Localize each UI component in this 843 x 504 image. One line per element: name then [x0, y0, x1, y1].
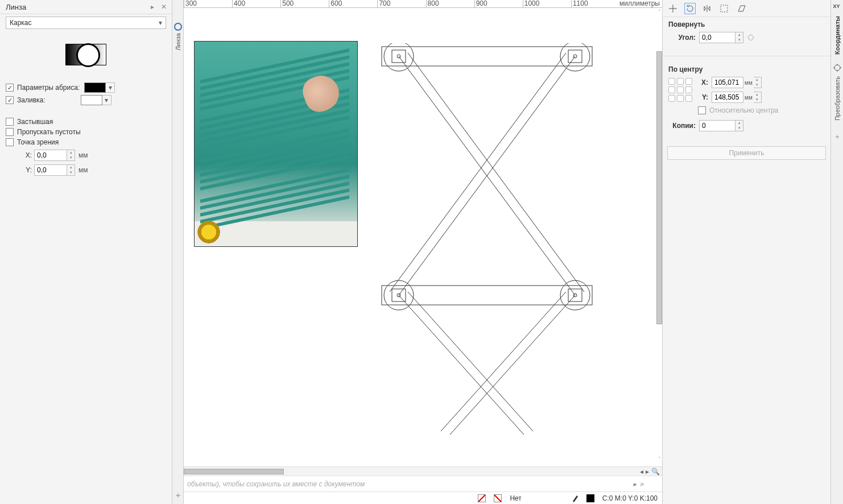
svg-line-17: [390, 53, 566, 292]
outline-checkbox[interactable]: [6, 84, 14, 92]
vp-x-unit: мм: [78, 151, 88, 159]
add-docker-button[interactable]: ＋: [174, 490, 182, 501]
viewpoint-checkbox[interactable]: [6, 138, 14, 146]
spin-down-icon[interactable]: ▾: [754, 82, 761, 88]
anchor-cell[interactable]: [668, 78, 675, 85]
spin-up-icon[interactable]: ▴: [754, 92, 761, 97]
zoom-tool-icon[interactable]: 🔍: [651, 468, 660, 476]
status-bar: Нет C:0 M:0 Y:0 K:100: [184, 491, 662, 504]
vp-y-label: Y:: [22, 166, 32, 174]
spin-up-icon[interactable]: ▴: [67, 165, 75, 170]
svg-point-23: [834, 65, 840, 71]
tab-mirror[interactable]: [701, 3, 713, 14]
center-x-input[interactable]: мм ▴▾: [712, 77, 762, 88]
add-docker-button[interactable]: ＋: [834, 132, 841, 142]
fill-none-icon[interactable]: [478, 494, 486, 502]
ruler-horizontal[interactable]: 300 400 500 600 700 800 900 1000 1100 ми…: [184, 0, 662, 8]
docker-collapse-icon[interactable]: ▸: [148, 2, 157, 11]
skip-empty-checkbox[interactable]: [6, 128, 14, 136]
lens-type-value: Каркас: [10, 19, 32, 27]
vp-y-input[interactable]: ▴▾: [34, 164, 75, 176]
tab-position[interactable]: [667, 3, 679, 14]
outline-color-swatch[interactable]: [84, 82, 106, 93]
docker-close-icon[interactable]: ✕: [159, 2, 168, 11]
center-y-label: Y:: [698, 93, 708, 101]
tab-size[interactable]: [718, 3, 730, 14]
left-docker-rail: Линза ＋: [172, 0, 184, 504]
frozen-checkbox[interactable]: [6, 118, 14, 126]
anchor-cell[interactable]: [685, 95, 692, 102]
fill-checkbox[interactable]: [6, 96, 14, 104]
lens-docker: Линза ▸ ✕ Каркас ▾ Параметры абриса: ▾ З…: [0, 0, 172, 504]
anchor-cell[interactable]: [685, 86, 692, 93]
lens-tab-label[interactable]: Линза: [175, 33, 181, 51]
transform-icon[interactable]: [833, 64, 841, 72]
relative-center-checkbox[interactable]: [698, 106, 706, 114]
angle-label: Угол:: [668, 34, 696, 42]
spin-down-icon[interactable]: ▾: [67, 155, 75, 160]
pen-icon[interactable]: [572, 494, 578, 502]
angle-input[interactable]: ▴▾: [699, 32, 743, 43]
scroll-thumb[interactable]: [184, 469, 284, 474]
lens-preview: [6, 35, 166, 75]
angle-radio[interactable]: [748, 35, 754, 40]
tab-skew[interactable]: [735, 3, 747, 14]
spin-up-icon[interactable]: ▴: [67, 150, 75, 155]
fill-color-swatch[interactable]: [81, 95, 102, 105]
scroll-left-icon[interactable]: ◂: [640, 468, 643, 476]
anchor-cell[interactable]: [677, 95, 684, 102]
anchor-cell[interactable]: [668, 95, 675, 102]
fill-color-dropdown[interactable]: ▾: [102, 95, 111, 105]
lens-type-dropdown[interactable]: Каркас ▾: [6, 16, 166, 29]
anchor-cell[interactable]: [685, 78, 692, 85]
ruler-tick: 1100: [571, 0, 619, 7]
tab-rotate[interactable]: [684, 3, 696, 14]
spin-up-icon[interactable]: ▴: [735, 32, 743, 38]
page: [194, 26, 618, 436]
spin-down-icon[interactable]: ▾: [754, 97, 761, 102]
anchor-cell[interactable]: [677, 78, 684, 85]
hint-next-icon[interactable]: »: [640, 480, 644, 488]
spin-down-icon[interactable]: ▾: [735, 38, 743, 43]
spin-down-icon[interactable]: ▾: [735, 126, 743, 131]
anchor-cell[interactable]: [677, 86, 684, 93]
frozen-label: Застывшая: [17, 118, 53, 126]
scroll-thumb[interactable]: [656, 51, 662, 324]
scroll-right-icon[interactable]: ▸: [646, 468, 649, 476]
vp-x-input[interactable]: ▴▾: [34, 150, 75, 161]
center-title: По центру: [668, 65, 825, 73]
relative-center-label: Относительно центра: [709, 106, 778, 114]
lens-docker-title: Линза: [6, 3, 146, 11]
anchor-grid[interactable]: [668, 78, 692, 102]
copies-label: Копии:: [668, 122, 696, 130]
lens-tab-icon[interactable]: [174, 23, 182, 31]
ruler-tick: 900: [474, 0, 523, 7]
fill-none-icon-2[interactable]: [494, 494, 502, 502]
spin-up-icon[interactable]: ▴: [754, 77, 761, 82]
technical-drawing[interactable]: [376, 43, 604, 436]
chevron-down-icon: ▾: [159, 19, 162, 27]
anchor-cell[interactable]: [668, 86, 675, 93]
ruler-tick: 600: [329, 0, 377, 7]
reference-photo[interactable]: [194, 41, 358, 247]
copies-input[interactable]: ▴▾: [699, 120, 743, 131]
rail-tab-transform[interactable]: Преобразовать: [834, 76, 841, 121]
canvas[interactable]: ˄ ˅: [184, 8, 662, 466]
center-y-input[interactable]: мм ▴▾: [712, 92, 762, 103]
spin-up-icon[interactable]: ▴: [735, 121, 743, 126]
scrollbar-vertical[interactable]: ˄ ˅: [656, 11, 662, 461]
spin-down-icon[interactable]: ▾: [67, 170, 75, 175]
outline-swatch[interactable]: [586, 494, 594, 502]
ruler-tick: 400: [232, 0, 280, 7]
scrollbar-horizontal[interactable]: ◂ ▸ 🔍: [184, 466, 662, 476]
scroll-up-icon[interactable]: ˄: [656, 9, 662, 16]
center-x-unit: мм: [745, 80, 753, 86]
hint-text: объекты), чтобы сохранить их вместе с до…: [187, 480, 365, 488]
hint-prev-icon[interactable]: ▸: [633, 480, 637, 488]
outline-color-dropdown[interactable]: ▾: [106, 82, 115, 93]
rail-tab-coordinates[interactable]: Координаты: [834, 16, 841, 55]
scroll-down-icon[interactable]: ˅: [656, 456, 662, 463]
apply-button[interactable]: Применить: [667, 146, 826, 160]
coordinates-icon[interactable]: XY: [833, 3, 841, 11]
transform-tabs: [663, 0, 830, 17]
